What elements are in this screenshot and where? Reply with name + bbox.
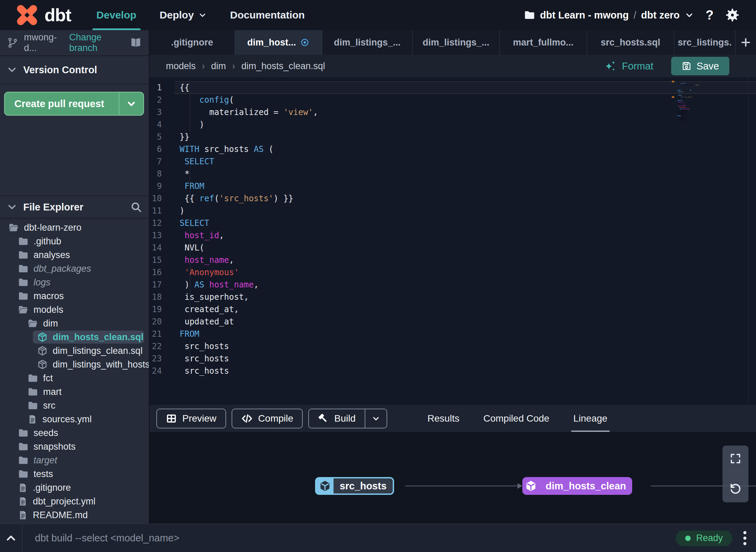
code-line-19[interactable]: 19 created_at, — [149, 303, 756, 316]
editor-tab-dim-host-[interactable]: dim_host... — [235, 30, 322, 55]
editor-tab-src-hosts-sql[interactable]: src_hosts.sql — [587, 30, 674, 55]
editor-tab-dim-listings-[interactable]: dim_listings_... — [413, 30, 500, 55]
nav-item-documentation[interactable]: Documentation — [219, 0, 316, 30]
code-line-23[interactable]: 23 src_hosts — [149, 352, 756, 365]
code-line-24[interactable]: 24 src_hosts — [149, 365, 756, 377]
tree-item-snapshots[interactable]: snapshots — [0, 440, 149, 453]
button-label: Preview — [182, 413, 217, 424]
code-line-16[interactable]: 16 'Anonymous' — [149, 266, 756, 279]
file-explorer-header[interactable]: File Explorer — [0, 195, 149, 219]
docs-book-icon[interactable] — [130, 37, 142, 49]
tree-item--gitignore[interactable]: .gitignore — [0, 481, 149, 495]
kebab-menu-icon[interactable] — [742, 530, 748, 547]
tree-item-dim[interactable]: dim — [0, 317, 149, 330]
panel-tab-results[interactable]: Results — [426, 405, 461, 432]
code-line-5[interactable]: 5}} — [149, 131, 756, 143]
code-line-1[interactable]: 1{{ — [149, 81, 756, 94]
code-editor[interactable]: 1{{2 config(3 materialized = 'view',4 )5… — [149, 77, 756, 405]
change-branch-link[interactable]: Change branch — [69, 32, 124, 53]
search-icon[interactable] — [130, 201, 142, 213]
refresh-history-icon[interactable] — [729, 482, 742, 496]
tree-item-dim-hosts-clean-sql[interactable]: dim_hosts_clean.sql — [0, 330, 149, 344]
status-dot-icon — [685, 536, 691, 541]
tree-item-logs[interactable]: logs — [0, 275, 149, 289]
tree-item-dim-listings-clean-sql[interactable]: dim_listings_clean.sql — [0, 344, 149, 358]
breadcrumb-item[interactable]: models — [166, 61, 196, 72]
breadcrumb-item[interactable]: dim — [211, 61, 226, 72]
tree-item-label: models — [34, 305, 63, 315]
lineage-node-dim-hosts-clean[interactable]: dim_hosts_clean — [522, 477, 632, 495]
save-button[interactable]: Save — [671, 57, 729, 75]
help-button[interactable]: ? — [703, 8, 716, 23]
code-line-20[interactable]: 20 updated_at — [149, 316, 756, 328]
tree-item-tests[interactable]: tests — [0, 467, 149, 481]
command-input[interactable]: dbt build --select <model_name> — [23, 532, 179, 544]
create-pull-request-dropdown[interactable] — [119, 92, 143, 115]
code-line-12[interactable]: 12SELECT — [149, 217, 756, 229]
code-line-15[interactable]: 15 host_name, — [149, 254, 756, 266]
preview-button[interactable]: Preview — [156, 409, 226, 428]
tree-item-models[interactable]: models — [0, 303, 149, 317]
tree-item-mart[interactable]: mart — [0, 385, 149, 399]
code-line-11[interactable]: 11) — [149, 205, 756, 217]
tree-item-macros[interactable]: macros — [0, 289, 149, 303]
code-line-9[interactable]: 9 FROM — [149, 180, 756, 192]
line-number: 20 — [149, 316, 174, 328]
new-tab-button[interactable] — [735, 30, 756, 55]
dbt-logo[interactable]: dbt — [0, 0, 85, 30]
editor-minimap[interactable]: {{ config( materialized = 'view', )}}WIT… — [675, 81, 712, 122]
code-line-22[interactable]: 22 src_hosts — [149, 340, 756, 352]
version-control-header[interactable]: Version Control — [0, 56, 149, 84]
nav-item-deploy[interactable]: Deploy — [148, 0, 219, 30]
lineage-panel[interactable]: src_hostsdim_hosts_cleandim_listings_wit… — [149, 432, 756, 524]
editor-tab-dim-listings-[interactable]: dim_listings_... — [322, 30, 413, 55]
tree-item-sources-yml[interactable]: sources.yml — [0, 412, 149, 426]
code-line-10[interactable]: 10 {{ ref('src_hosts') }} — [149, 192, 756, 205]
code-line-6[interactable]: 6WITH src_hosts AS ( — [149, 143, 756, 155]
code-line-21[interactable]: 21FROM — [149, 328, 756, 340]
editor-scrollbar-track[interactable] — [748, 77, 748, 405]
code-line-14[interactable]: 14 NVL( — [149, 242, 756, 254]
tree-item-dbt-project-yml[interactable]: dbt_project.yml — [0, 495, 149, 508]
tree-item-dim-listings-with-hosts-[interactable]: dim_listings_with_hosts... — [0, 358, 149, 371]
folder-icon — [27, 400, 38, 411]
code-line-2[interactable]: 2 config( — [149, 94, 756, 106]
project-selector[interactable]: dbt Learn - mwong / dbt zero — [524, 9, 694, 21]
editor-tab--gitignore[interactable]: .gitignore — [149, 30, 235, 55]
tree-item-fct[interactable]: fct — [0, 371, 149, 385]
compile-button[interactable]: Compile — [232, 409, 303, 428]
editor-tab-src-listings-[interactable]: src_listings. — [674, 30, 735, 55]
editor-tab-mart-fullmo-[interactable]: mart_fullmo... — [500, 30, 587, 55]
build-button[interactable]: Build — [308, 409, 387, 428]
folder-icon — [18, 455, 29, 466]
tree-item-target[interactable]: target — [0, 453, 149, 467]
code-line-7[interactable]: 7 SELECT — [149, 155, 756, 168]
fullscreen-icon[interactable] — [729, 452, 742, 465]
code-line-4[interactable]: 4 ) — [149, 118, 756, 131]
line-number: 12 — [149, 217, 174, 229]
tree-item-src[interactable]: src — [0, 399, 149, 412]
format-button[interactable]: Format — [603, 59, 653, 73]
tree-item--github[interactable]: .github — [0, 234, 149, 248]
file-icon — [18, 496, 28, 506]
lineage-node-src-hosts[interactable]: src_hosts — [315, 477, 394, 495]
panel-tab-lineage[interactable]: Lineage — [571, 405, 610, 432]
code-line-17[interactable]: 17 ) AS host_name, — [149, 279, 756, 291]
code-line-18[interactable]: 18 is_superhost, — [149, 291, 756, 303]
tree-item-readme-md[interactable]: README.md — [0, 508, 149, 522]
nav-item-develop[interactable]: Develop — [85, 0, 148, 30]
tree-item-dbt-packages[interactable]: dbt_packages — [0, 262, 149, 275]
command-bar-toggle[interactable] — [0, 524, 23, 552]
breadcrumb-item[interactable]: dim_hosts_clean.sql — [242, 61, 325, 72]
code-line-8[interactable]: 8 * — [149, 168, 756, 180]
build-dropdown[interactable] — [365, 409, 387, 428]
tree-item-analyses[interactable]: analyses — [0, 248, 149, 262]
folder-icon — [524, 9, 535, 21]
tree-item-seeds[interactable]: seeds — [0, 426, 149, 440]
code-line-3[interactable]: 3 materialized = 'view', — [149, 106, 756, 118]
settings-gear-icon[interactable] — [725, 8, 740, 22]
code-line-13[interactable]: 13 host_id, — [149, 229, 756, 242]
create-pull-request-button[interactable]: Create pull request — [5, 92, 119, 115]
tree-item-dbt-learn-zero[interactable]: dbt-learn-zero — [0, 221, 149, 234]
panel-tab-compiled-code[interactable]: Compiled Code — [481, 405, 551, 432]
